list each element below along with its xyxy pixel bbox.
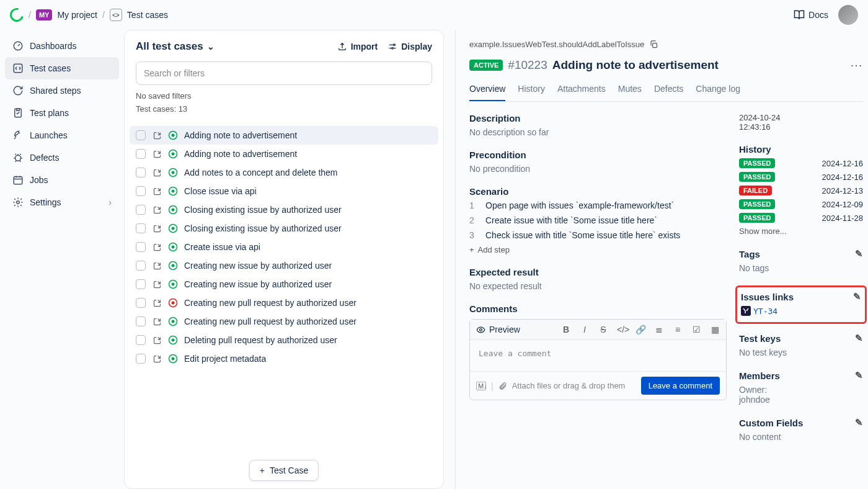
checkbox[interactable] [136,279,146,289]
upload-icon [337,42,347,52]
comment-textarea[interactable]: Leave a comment [470,340,726,371]
tab-attachments[interactable]: Attachments [557,84,606,101]
tab-defects[interactable]: Defects [654,84,683,101]
tab-overview[interactable]: Overview [469,84,505,101]
history-row[interactable]: PASSED2024-11-28 [739,213,863,223]
test-case-row[interactable]: Create issue via api [130,238,438,256]
breadcrumb-page[interactable]: Test cases [127,10,168,20]
nav-jobs[interactable]: Jobs [5,169,119,191]
checkbox[interactable] [136,168,146,177]
test-case-row[interactable]: Creating new issue by authorized user [130,256,438,275]
checkbox[interactable] [136,130,146,140]
checkbox[interactable] [136,149,146,159]
preview-button[interactable]: Preview [476,325,520,334]
status-icon [168,242,178,252]
test-case-row[interactable]: Adding note to advertisement [130,126,438,145]
edit-members-button[interactable]: ✎ [855,370,863,381]
test-case-row[interactable]: Creating new pull request by authorized … [130,294,438,312]
step-in-icon [152,223,162,233]
test-case-row[interactable]: Creating new pull request by authorized … [130,312,438,331]
scenario-step[interactable]: 2Create issue with title `Some issue tit… [469,215,727,225]
link-icon[interactable]: 🔗 [636,325,645,334]
status-icon [168,149,178,159]
more-menu[interactable]: ⋯ [850,58,863,73]
italic-icon[interactable]: I [580,325,590,334]
add-step-button[interactable]: +Add step [469,245,727,254]
clipboard-icon [12,107,24,119]
nav-test-plans[interactable]: Test plans [5,102,119,124]
nav-settings[interactable]: Settings› [5,191,119,213]
edit-issues-button[interactable]: ✎ [853,291,861,302]
test-case-row[interactable]: Adding note to advertisement [130,145,438,163]
list-icon[interactable]: ≣ [654,325,664,334]
topbar: / MY My project / <> Test cases Docs [0,0,868,30]
strike-icon[interactable]: S [598,325,608,334]
nav-shared-steps[interactable]: Shared steps [5,79,119,102]
description-title: Description [469,113,727,123]
nav-defects[interactable]: Defects [5,146,119,169]
attach-text[interactable]: Attach files or drag & drop them [512,381,636,390]
edit-custom-button[interactable]: ✎ [855,417,863,428]
nav-launches[interactable]: Launches [5,124,119,146]
test-case-row[interactable]: Add notes to a concept and delete them [130,163,438,182]
checkbox[interactable] [136,354,146,364]
nav-dashboards[interactable]: Dashboards [5,35,119,57]
table-icon[interactable]: ▦ [710,325,720,334]
logo-icon[interactable] [7,6,26,24]
add-test-case-button[interactable]: + Test Case [249,460,319,481]
checkbox[interactable] [136,261,146,271]
precondition-title: Precondition [469,150,727,160]
test-case-row[interactable]: Edit project metadata [130,349,438,368]
tags-title: Tags [739,249,760,259]
scenario-title: Scenario [469,186,727,197]
code-icon[interactable]: </> [617,325,627,334]
tab-change-log[interactable]: Change log [696,84,740,101]
checkbox[interactable] [136,223,146,233]
nav-test-cases[interactable]: Test cases [5,57,119,79]
checkbox[interactable] [136,316,146,326]
display-button[interactable]: Display [388,42,432,52]
history-row[interactable]: FAILED2024-12-13 [739,186,863,195]
test-case-name: Closing existing issue by authorized use… [184,223,342,233]
checkbox[interactable] [136,335,146,345]
bold-icon[interactable]: B [561,325,571,334]
ordered-list-icon[interactable]: ≡ [673,325,683,334]
tab-mutes[interactable]: Mutes [618,84,642,101]
test-case-row[interactable]: Deleting pull request by authorized user [130,331,438,349]
leave-comment-button[interactable]: Leave a comment [641,377,720,395]
test-case-name: Close issue via api [184,186,257,196]
history-row[interactable]: PASSED2024-12-16 [739,172,863,182]
checklist-icon[interactable]: ☑ [691,325,701,334]
test-case-row[interactable]: Close issue via api [130,182,438,200]
checkbox[interactable] [136,205,146,215]
test-case-name: Deleting pull request by authorized user [184,335,337,345]
copy-icon[interactable] [649,40,658,49]
user-avatar[interactable] [838,5,858,25]
edit-tags-button[interactable]: ✎ [855,248,863,259]
docs-link[interactable]: Docs [794,9,828,20]
history-date: 2024-12-13 [822,186,864,195]
test-case-row[interactable]: Creating new issue by authorized user [130,275,438,294]
history-row[interactable]: PASSED2024-12-16 [739,158,863,168]
checkbox[interactable] [136,186,146,196]
checkbox[interactable] [136,242,146,252]
svg-point-27 [172,302,175,305]
history-row[interactable]: PASSED2024-12-09 [739,199,863,209]
import-button[interactable]: Import [337,42,378,52]
scenario-step[interactable]: 3Check issue with title `Some issue titl… [469,230,727,240]
show-more-button[interactable]: Show more... [739,227,863,236]
paperclip-icon[interactable] [498,382,507,390]
search-input[interactable]: Search or filters [136,61,432,85]
tab-history[interactable]: History [518,84,545,101]
chevron-down-icon[interactable]: ⌄ [207,42,215,52]
checkbox[interactable] [136,298,146,308]
project-name[interactable]: My project [57,10,97,20]
scenario-step[interactable]: 1Open page with issues `example-framewor… [469,200,727,210]
members-title: Members [739,370,780,381]
test-case-row[interactable]: Closing existing issue by authorized use… [130,219,438,238]
project-badge[interactable]: MY [36,9,53,20]
test-case-row[interactable]: Closing existing issue by authorized use… [130,200,438,219]
status-icon [168,223,178,233]
issue-link[interactable]: YT-34 [741,306,861,316]
edit-test-keys-button[interactable]: ✎ [855,333,863,344]
